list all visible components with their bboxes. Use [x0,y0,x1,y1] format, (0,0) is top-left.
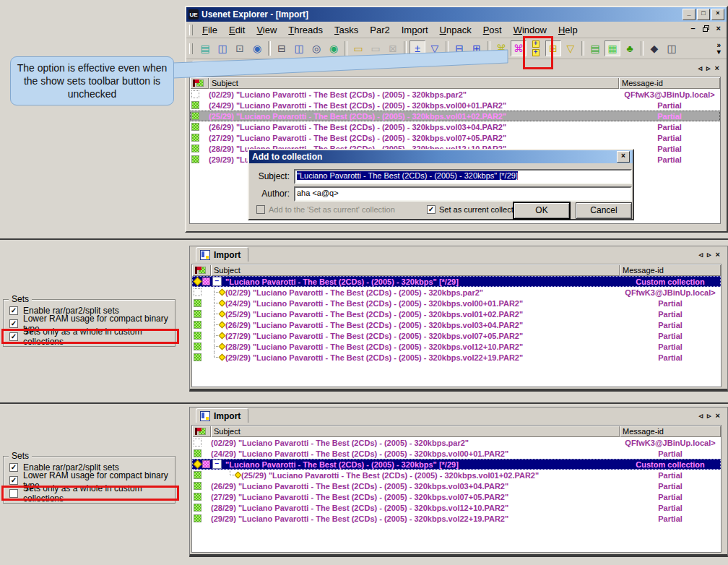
tab-prev-icon[interactable]: ◃ [699,250,703,259]
menu-par2[interactable]: Par2 [364,23,395,37]
minimize-button[interactable]: _ [682,9,696,20]
list-row[interactable]: (02/29) "Luciano Pavarotti - The Best (2… [190,89,720,100]
list-row[interactable]: (26/29) "Luciano Pavarotti - The Best (2… [190,121,720,132]
tab-close-icon[interactable]: × [715,64,719,73]
tab-next-icon[interactable]: ▹ [706,64,711,73]
menu-threads[interactable]: Threads [282,23,329,37]
sets-option-checkbox[interactable] [9,489,18,498]
mdi-restore-icon[interactable] [703,25,709,32]
open-book-button[interactable]: ◫ [291,40,307,56]
tab-next-icon[interactable]: ▹ [707,411,711,420]
tab-close-icon[interactable]: × [716,411,720,420]
empty-checkbox-icon[interactable] [194,439,202,447]
web-globe-button[interactable]: ◉ [249,40,265,56]
catalog-button[interactable]: ◆ [646,40,662,56]
header-subject[interactable]: Subject [211,426,620,437]
list-row[interactable]: (28/29) "Luciano Pavarotti - The Best (2… [192,502,721,513]
collapse-expander-icon[interactable]: − [212,460,222,469]
sets-option-checkbox[interactable]: ✓ [9,306,18,315]
list-row[interactable]: (02/29) "Luciano Pavarotti - The Best (2… [192,437,721,448]
header-icon-column[interactable] [190,77,209,89]
list-row[interactable]: (27/29) "Luciano Pavarotti - The Best (2… [190,132,720,143]
header-icon-column[interactable] [192,264,211,276]
collapse-expander-icon[interactable]: − [212,277,222,286]
sets-command-button[interactable]: ⌘ [493,40,509,56]
tab-close-icon[interactable]: × [716,250,720,259]
newsgroups-book-button[interactable]: ◫ [214,40,230,56]
menu-edit[interactable]: Edit [223,23,251,37]
menu-import[interactable]: Import [396,23,434,37]
author-input[interactable]: aha <a@q> [294,186,632,202]
dialog-close-icon[interactable]: × [617,151,630,163]
expand-threads-button[interactable]: ⊞ [469,40,485,56]
header-subject[interactable]: Subject [211,264,620,276]
empty-checkbox-icon[interactable] [191,90,199,98]
list-row[interactable]: (25/29) "Luciano Pavarotti - The Best (2… [192,470,721,480]
list-row[interactable]: (24/29) "Luciano Pavarotti - The Best (2… [192,448,721,459]
filter-add-button[interactable]: ▽ [427,40,443,56]
list-row[interactable]: (25/29) "Luciano Pavarotti - The Best (2… [192,309,721,319]
add-set-button[interactable]: ⊞ [545,40,561,56]
menu-view[interactable]: View [251,23,282,37]
toolbar-grip[interactable] [189,43,193,54]
tab-next-icon[interactable]: ▹ [707,250,711,259]
menu-unpack[interactable]: Unpack [434,23,477,37]
sets-option-checkbox[interactable]: ✓ [9,476,18,485]
mdi-close-icon[interactable]: × [716,24,721,33]
mdi-minimize-icon[interactable]: – [690,24,695,33]
sets-command-active-button[interactable]: ⌘ [511,40,526,56]
menubar-grip[interactable] [189,25,193,35]
list-row[interactable]: (02/29) "Luciano Pavarotti - The Best (2… [192,287,721,298]
import-tree-button[interactable]: ♣ [622,40,638,56]
tab-import-1[interactable]: Import [192,61,245,75]
header-message-id[interactable]: Message-id [620,426,721,437]
title-bar[interactable]: UE Usenet Explorer - [Import] _ □ × [186,7,727,22]
tab-prev-icon[interactable]: ◃ [699,411,703,420]
new-folder-button[interactable]: ▭ [350,40,366,56]
list-row[interactable]: (28/29) "Luciano Pavarotti - The Best (2… [192,341,721,352]
sets-option-checkbox[interactable]: ✓ [9,463,18,472]
import-list-button[interactable]: ▤ [587,40,603,56]
list-row[interactable]: (27/29) "Luciano Pavarotti - The Best (2… [192,491,721,502]
open-folder-button[interactable]: ▭ [368,40,384,56]
delete-folder-button[interactable]: ⊠ [385,40,401,56]
dialog-title-bar[interactable]: Add to collection × [249,150,633,163]
toolbar-overflow[interactable]: » ▾ [716,42,721,55]
show-sets-button[interactable] [528,40,544,56]
add-plus-button[interactable]: ± [410,40,425,56]
menu-window[interactable]: Window [508,23,552,37]
catalog-open-button[interactable]: ◫ [664,40,680,56]
collapse-threads-button[interactable]: ⊟ [451,40,467,56]
list-row[interactable]: −"Luciano Pavarotti - The Best (2CDs) - … [192,276,721,287]
sets-option-checkbox[interactable]: ✓ [9,332,18,341]
menu-post[interactable]: Post [477,23,508,37]
cancel-button[interactable]: Cancel [576,202,632,219]
header-subject[interactable]: Subject [209,77,619,89]
header-message-id[interactable]: Message-id [619,77,720,89]
headers-computer-button[interactable]: ⊡ [232,40,248,56]
list-row[interactable]: (26/29) "Luciano Pavarotti - The Best (2… [192,319,721,330]
menu-tasks[interactable]: Tasks [329,23,364,37]
header-icon-column[interactable] [192,426,211,437]
menu-help[interactable]: Help [552,23,584,37]
list-row[interactable]: (29/29) "Luciano Pavarotti - The Best (2… [192,352,721,363]
empty-checkbox-icon[interactable] [194,288,202,296]
save-button[interactable]: ⊟ [274,40,290,56]
find-document-button[interactable]: ◎ [308,40,324,56]
list-row[interactable]: −"Luciano Pavarotti - The Best (2CDs) - … [192,459,721,470]
set-as-current-checkbox[interactable]: ✓ [427,205,436,214]
list-row[interactable]: (26/29) "Luciano Pavarotti - The Best (2… [192,480,721,491]
tab-import-2[interactable]: Import [196,247,248,262]
list-row[interactable]: (27/29) "Luciano Pavarotti - The Best (2… [192,330,721,341]
tab-prev-icon[interactable]: ◃ [698,64,703,73]
tab-import-3[interactable]: Import [196,408,248,423]
maximize-button[interactable]: □ [697,9,710,20]
list-row[interactable]: (24/29) "Luciano Pavarotti - The Best (2… [192,298,721,309]
sets-option-checkbox[interactable]: ✓ [9,319,18,328]
header-message-id[interactable]: Message-id [620,264,721,276]
list-row[interactable]: (25/29) "Luciano Pavarotti - The Best (2… [190,111,720,121]
subject-input[interactable]: "Luciano Pavarotti - The Best (2CDs) - (… [294,169,632,184]
global-search-button[interactable]: ◉ [326,40,342,56]
list-row[interactable]: (29/29) "Luciano Pavarotti - The Best (2… [192,513,721,524]
ok-button[interactable]: OK [514,202,570,219]
